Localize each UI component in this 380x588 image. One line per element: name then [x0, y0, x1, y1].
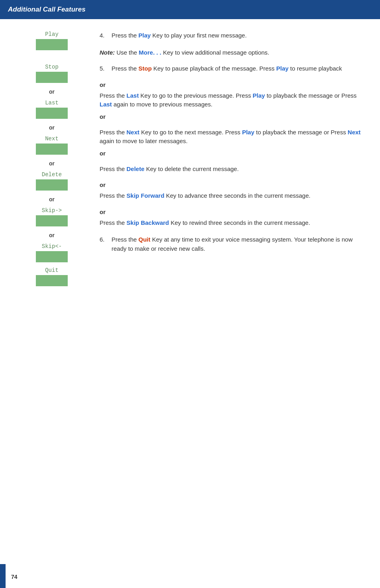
last-group: Last — [36, 100, 68, 120]
skip-fwd-group: Skip-> — [36, 207, 68, 227]
or-5: or — [49, 232, 55, 238]
quit-group: Quit — [36, 267, 68, 287]
key-delete: Delete — [127, 165, 145, 172]
step6-block: 6. Press the Quit Key at any time to exi… — [100, 235, 368, 253]
step4-line: 4. Press the Play Key to play your first… — [100, 31, 368, 40]
quit-button[interactable] — [36, 275, 68, 286]
left-column: Play Stop or Last or Next or Delete or — [12, 31, 92, 287]
skip-fwd-button[interactable] — [36, 215, 68, 226]
or-right-1: or — [100, 81, 368, 88]
next-desc-block: Press the Next Key to go to the next mes… — [100, 128, 368, 157]
step6-number: 6. — [100, 235, 108, 253]
skip-bwd-button[interactable] — [36, 251, 68, 262]
quit-label: Quit — [45, 267, 59, 273]
note-text: Use the More. . . Key to view additional… — [115, 49, 269, 56]
key-last-2: Last — [100, 101, 112, 108]
left-accent-bar — [0, 564, 6, 588]
next-group: Next — [36, 136, 68, 155]
step5-text: Press the Stop Key to pause playback of … — [112, 64, 368, 73]
last-desc-block: Press the Last Key to go to the previous… — [100, 91, 368, 120]
skip-bwd-label: Skip<- — [42, 243, 62, 250]
step6-line: 6. Press the Quit Key at any time to exi… — [100, 235, 368, 253]
key-next-2: Next — [348, 129, 361, 136]
or-right-5: or — [100, 208, 368, 215]
key-skip-fwd: Skip Forward — [127, 192, 165, 199]
main-content: Play Stop or Last or Next or Delete or — [0, 19, 380, 299]
next-label: Next — [45, 136, 59, 142]
key-last-1: Last — [127, 92, 139, 99]
stop-label: Stop — [45, 64, 59, 70]
or-3: or — [49, 160, 55, 167]
key-next-1: Next — [127, 129, 140, 136]
key-skip-bwd: Skip Backward — [127, 219, 169, 226]
step5-block: 5. Press the Stop Key to pause playback … — [100, 64, 368, 73]
right-column: 4. Press the Play Key to play your first… — [92, 31, 368, 287]
stop-group: Stop — [36, 64, 68, 84]
or-2: or — [49, 124, 55, 131]
skipbwd-desc-text: Press the Skip Backward Key to rewind th… — [100, 218, 368, 228]
skipfwd-desc-text: Press the Skip Forward Key to advance th… — [100, 191, 368, 201]
note-label: Note: — [100, 49, 115, 56]
key-play-4: Play — [242, 129, 255, 136]
delete-desc-block: Press the Delete Key to delete the curre… — [100, 165, 368, 174]
or-right-2: or — [100, 113, 368, 120]
key-play-2: Play — [276, 65, 289, 72]
key-play-3: Play — [253, 92, 265, 99]
or-right-3: or — [100, 150, 368, 157]
skip-fwd-label: Skip-> — [42, 207, 62, 214]
play-label: Play — [45, 31, 59, 37]
delete-desc-text: Press the Delete Key to delete the curre… — [100, 165, 368, 174]
skipfwd-desc-block: Press the Skip Forward Key to advance th… — [100, 191, 368, 201]
key-stop: Stop — [139, 65, 152, 72]
delete-label: Delete — [42, 171, 62, 178]
key-quit: Quit — [139, 236, 151, 243]
key-more: More. . . — [139, 49, 161, 56]
step4-number: 4. — [100, 31, 108, 40]
last-desc-text: Press the Last Key to go to the previous… — [100, 91, 368, 109]
step4-text: Press the Play Key to play your first ne… — [112, 31, 368, 40]
last-button[interactable] — [36, 108, 68, 119]
step6-text: Press the Quit Key at any time to exit y… — [112, 235, 368, 253]
or-4: or — [49, 196, 55, 203]
play-button[interactable] — [36, 39, 68, 50]
delete-button[interactable] — [36, 179, 68, 191]
page-number: 74 — [11, 574, 18, 580]
page-header: Additional Call Features — [0, 0, 380, 19]
delete-group: Delete — [36, 171, 68, 191]
note-block: Note: Use the More. . . Key to view addi… — [100, 48, 368, 57]
or-1: or — [49, 88, 55, 95]
play-group: Play — [36, 31, 68, 51]
skip-bwd-group: Skip<- — [36, 243, 68, 263]
skipbwd-desc-block: Press the Skip Backward Key to rewind th… — [100, 218, 368, 228]
stop-button[interactable] — [36, 72, 68, 83]
or-right-4: or — [100, 181, 368, 188]
key-play-1: Play — [139, 32, 151, 39]
next-button[interactable] — [36, 144, 68, 155]
step4-block: 4. Press the Play Key to play your first… — [100, 31, 368, 40]
step5-number: 5. — [100, 64, 108, 73]
page-title: Additional Call Features — [8, 6, 86, 13]
step5-line: 5. Press the Stop Key to pause playback … — [100, 64, 368, 73]
last-label: Last — [45, 100, 59, 106]
next-desc-text: Press the Next Key to go to the next mes… — [100, 128, 368, 146]
